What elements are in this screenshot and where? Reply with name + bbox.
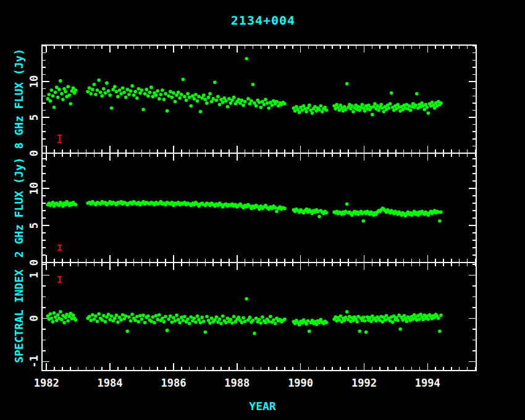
data-point — [172, 316, 175, 320]
data-point — [149, 319, 153, 323]
data-point — [180, 316, 183, 319]
data-point — [439, 314, 443, 317]
data-point — [193, 317, 196, 321]
data-point — [250, 99, 253, 103]
data-point — [151, 95, 155, 99]
data-point — [355, 320, 359, 324]
data-point — [62, 321, 66, 325]
data-point — [129, 89, 133, 93]
data-point — [60, 318, 64, 322]
data-point — [108, 93, 112, 97]
data-point — [345, 310, 349, 314]
data-point — [177, 91, 180, 94]
data-point — [93, 83, 96, 86]
data-point — [119, 318, 123, 322]
data-point — [91, 88, 94, 91]
panel-frame — [42, 45, 476, 153]
data-point — [224, 99, 228, 103]
data-point — [316, 209, 320, 213]
data-point — [304, 208, 308, 211]
error-bars — [57, 135, 62, 282]
data-point — [143, 321, 147, 325]
data-point — [164, 315, 167, 319]
data-point — [67, 93, 71, 97]
data-point — [104, 91, 107, 95]
data-point — [275, 100, 279, 104]
data-point — [216, 95, 220, 99]
data-point — [258, 208, 261, 211]
data-point — [146, 314, 150, 318]
data-point — [130, 84, 134, 88]
data-point — [266, 101, 269, 105]
data-point — [403, 314, 406, 317]
data-point — [218, 317, 222, 321]
data-point — [226, 317, 230, 321]
data-point — [138, 314, 142, 317]
data-point — [246, 97, 250, 101]
data-point — [343, 319, 346, 322]
data-point — [390, 91, 393, 95]
data-point — [56, 313, 60, 317]
data-point — [148, 91, 152, 94]
data-point — [237, 98, 241, 101]
x-tick-label: 1988 — [224, 377, 250, 389]
data-point — [188, 96, 191, 99]
data-point — [122, 91, 126, 94]
data-point — [49, 99, 52, 103]
data-point — [97, 78, 101, 82]
data-point — [200, 96, 204, 100]
data-point — [166, 109, 169, 113]
data-point — [127, 315, 131, 319]
data-point — [124, 314, 128, 318]
data-point — [74, 88, 78, 92]
data-point — [208, 92, 212, 96]
data-point — [140, 88, 144, 92]
data-point — [215, 315, 219, 319]
data-point — [146, 94, 150, 98]
y-axis-title-spectral-index: SPECTRAL INDEX — [12, 269, 25, 363]
data-point — [216, 321, 220, 324]
data-point — [261, 315, 264, 319]
data-point — [51, 94, 55, 98]
data-point — [182, 319, 185, 322]
data-point — [385, 314, 388, 317]
data-point — [158, 313, 161, 317]
data-point — [174, 319, 177, 323]
data-point — [202, 319, 206, 323]
data-point — [242, 104, 245, 107]
data-point — [207, 96, 211, 99]
data-point — [94, 93, 98, 96]
data-point — [74, 318, 78, 322]
data-point — [237, 316, 241, 319]
data-point — [194, 321, 198, 324]
data-point — [149, 86, 153, 90]
data-point — [232, 315, 236, 319]
data-point — [167, 317, 170, 321]
data-point — [188, 322, 191, 326]
y-tick-label: 1 — [28, 272, 40, 278]
data-point — [57, 88, 61, 91]
data-point — [180, 93, 183, 96]
data-point — [50, 88, 54, 92]
data-point — [50, 317, 54, 321]
data-point — [182, 78, 185, 82]
data-point — [414, 104, 418, 107]
data-point — [183, 315, 187, 319]
data-point — [137, 320, 141, 324]
data-point — [141, 314, 145, 317]
data-point — [317, 108, 321, 112]
data-point — [88, 315, 91, 319]
data-point — [254, 104, 258, 108]
data-point — [113, 85, 117, 88]
data-point — [315, 322, 319, 326]
data-point — [94, 314, 98, 318]
data-point — [363, 319, 367, 323]
data-point — [59, 310, 62, 314]
data-point — [178, 96, 182, 100]
data-point — [240, 321, 244, 325]
data-point — [439, 101, 443, 105]
data-point — [156, 89, 159, 93]
data-point — [60, 92, 64, 96]
data-point — [153, 321, 156, 325]
data-point — [193, 97, 196, 101]
